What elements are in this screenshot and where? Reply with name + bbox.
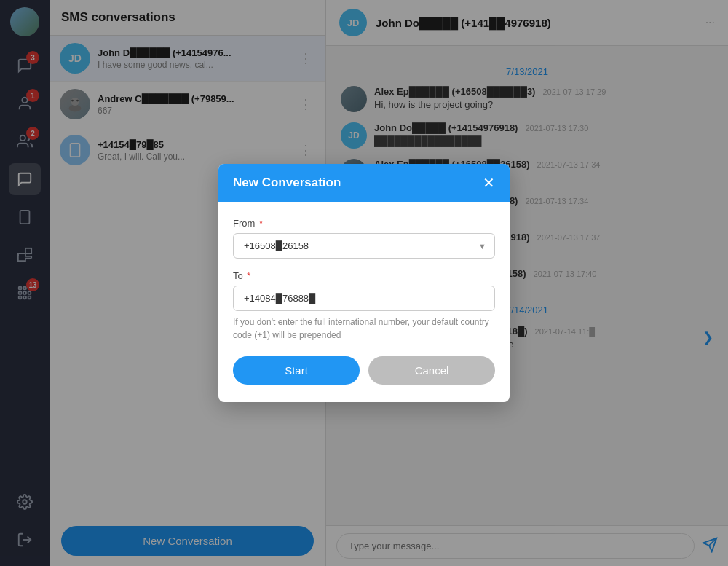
modal-title: New Conversation bbox=[233, 176, 341, 190]
from-select[interactable]: +16508█26158 bbox=[233, 233, 495, 259]
modal-actions: Start Cancel bbox=[233, 356, 495, 385]
form-hint: If you don't enter the full internationa… bbox=[233, 315, 495, 342]
start-button[interactable]: Start bbox=[233, 356, 360, 385]
to-required-star: * bbox=[245, 270, 251, 281]
to-input[interactable] bbox=[233, 286, 495, 311]
modal-body: From * +16508█26158 To * If you don't en… bbox=[218, 202, 510, 402]
from-label: From * bbox=[233, 218, 495, 229]
modal-close-button[interactable]: ✕ bbox=[483, 176, 495, 190]
new-conversation-modal: New Conversation ✕ From * +16508█26158 T… bbox=[218, 164, 510, 402]
modal-header: New Conversation ✕ bbox=[218, 164, 510, 202]
to-label: To * bbox=[233, 270, 495, 281]
from-required-star: * bbox=[256, 218, 263, 229]
cancel-button[interactable]: Cancel bbox=[368, 356, 495, 385]
modal-overlay: New Conversation ✕ From * +16508█26158 T… bbox=[0, 0, 728, 566]
from-select-wrap: +16508█26158 bbox=[233, 233, 495, 259]
